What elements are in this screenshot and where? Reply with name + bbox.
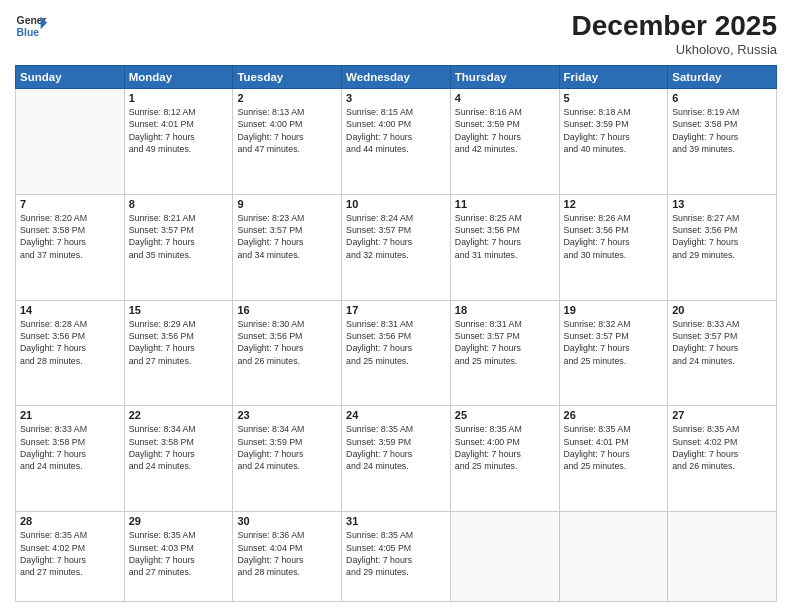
calendar-week-2: 14Sunrise: 8:28 AMSunset: 3:56 PMDayligh… bbox=[16, 300, 777, 406]
logo-icon: General Blue bbox=[15, 10, 47, 42]
cell-info: Sunrise: 8:30 AMSunset: 3:56 PMDaylight:… bbox=[237, 318, 337, 367]
day-number: 9 bbox=[237, 198, 337, 210]
month-title: December 2025 bbox=[572, 10, 777, 42]
day-number: 6 bbox=[672, 92, 772, 104]
day-number: 28 bbox=[20, 515, 120, 527]
day-number: 22 bbox=[129, 409, 229, 421]
calendar-cell: 8Sunrise: 8:21 AMSunset: 3:57 PMDaylight… bbox=[124, 194, 233, 300]
calendar-cell: 1Sunrise: 8:12 AMSunset: 4:01 PMDaylight… bbox=[124, 89, 233, 195]
calendar-cell: 6Sunrise: 8:19 AMSunset: 3:58 PMDaylight… bbox=[668, 89, 777, 195]
calendar-cell: 19Sunrise: 8:32 AMSunset: 3:57 PMDayligh… bbox=[559, 300, 668, 406]
cell-info: Sunrise: 8:23 AMSunset: 3:57 PMDaylight:… bbox=[237, 212, 337, 261]
logo: General Blue bbox=[15, 10, 47, 42]
day-header-monday: Monday bbox=[124, 66, 233, 89]
cell-info: Sunrise: 8:18 AMSunset: 3:59 PMDaylight:… bbox=[564, 106, 664, 155]
cell-info: Sunrise: 8:32 AMSunset: 3:57 PMDaylight:… bbox=[564, 318, 664, 367]
day-number: 4 bbox=[455, 92, 555, 104]
calendar-cell bbox=[559, 512, 668, 602]
day-number: 7 bbox=[20, 198, 120, 210]
calendar-week-4: 28Sunrise: 8:35 AMSunset: 4:02 PMDayligh… bbox=[16, 512, 777, 602]
day-number: 10 bbox=[346, 198, 446, 210]
calendar-cell: 17Sunrise: 8:31 AMSunset: 3:56 PMDayligh… bbox=[342, 300, 451, 406]
day-number: 27 bbox=[672, 409, 772, 421]
calendar-cell: 9Sunrise: 8:23 AMSunset: 3:57 PMDaylight… bbox=[233, 194, 342, 300]
calendar-cell: 23Sunrise: 8:34 AMSunset: 3:59 PMDayligh… bbox=[233, 406, 342, 512]
calendar-cell: 22Sunrise: 8:34 AMSunset: 3:58 PMDayligh… bbox=[124, 406, 233, 512]
calendar-week-1: 7Sunrise: 8:20 AMSunset: 3:58 PMDaylight… bbox=[16, 194, 777, 300]
day-header-saturday: Saturday bbox=[668, 66, 777, 89]
day-number: 13 bbox=[672, 198, 772, 210]
cell-info: Sunrise: 8:12 AMSunset: 4:01 PMDaylight:… bbox=[129, 106, 229, 155]
title-block: December 2025 Ukholovo, Russia bbox=[572, 10, 777, 57]
calendar-cell: 14Sunrise: 8:28 AMSunset: 3:56 PMDayligh… bbox=[16, 300, 125, 406]
calendar-cell: 7Sunrise: 8:20 AMSunset: 3:58 PMDaylight… bbox=[16, 194, 125, 300]
cell-info: Sunrise: 8:35 AMSunset: 4:01 PMDaylight:… bbox=[564, 423, 664, 472]
calendar-cell: 5Sunrise: 8:18 AMSunset: 3:59 PMDaylight… bbox=[559, 89, 668, 195]
calendar-table: SundayMondayTuesdayWednesdayThursdayFrid… bbox=[15, 65, 777, 602]
calendar-cell: 30Sunrise: 8:36 AMSunset: 4:04 PMDayligh… bbox=[233, 512, 342, 602]
calendar-cell bbox=[16, 89, 125, 195]
day-number: 12 bbox=[564, 198, 664, 210]
svg-text:Blue: Blue bbox=[17, 27, 40, 38]
cell-info: Sunrise: 8:28 AMSunset: 3:56 PMDaylight:… bbox=[20, 318, 120, 367]
cell-info: Sunrise: 8:16 AMSunset: 3:59 PMDaylight:… bbox=[455, 106, 555, 155]
calendar-week-0: 1Sunrise: 8:12 AMSunset: 4:01 PMDaylight… bbox=[16, 89, 777, 195]
calendar-cell: 11Sunrise: 8:25 AMSunset: 3:56 PMDayligh… bbox=[450, 194, 559, 300]
cell-info: Sunrise: 8:25 AMSunset: 3:56 PMDaylight:… bbox=[455, 212, 555, 261]
page: General Blue December 2025 Ukholovo, Rus… bbox=[0, 0, 792, 612]
day-header-sunday: Sunday bbox=[16, 66, 125, 89]
day-number: 23 bbox=[237, 409, 337, 421]
calendar-cell: 3Sunrise: 8:15 AMSunset: 4:00 PMDaylight… bbox=[342, 89, 451, 195]
day-number: 26 bbox=[564, 409, 664, 421]
cell-info: Sunrise: 8:26 AMSunset: 3:56 PMDaylight:… bbox=[564, 212, 664, 261]
day-header-wednesday: Wednesday bbox=[342, 66, 451, 89]
day-number: 31 bbox=[346, 515, 446, 527]
calendar-cell bbox=[450, 512, 559, 602]
cell-info: Sunrise: 8:35 AMSunset: 4:03 PMDaylight:… bbox=[129, 529, 229, 578]
cell-info: Sunrise: 8:34 AMSunset: 3:59 PMDaylight:… bbox=[237, 423, 337, 472]
calendar-cell: 21Sunrise: 8:33 AMSunset: 3:58 PMDayligh… bbox=[16, 406, 125, 512]
cell-info: Sunrise: 8:31 AMSunset: 3:57 PMDaylight:… bbox=[455, 318, 555, 367]
calendar-cell: 26Sunrise: 8:35 AMSunset: 4:01 PMDayligh… bbox=[559, 406, 668, 512]
day-number: 29 bbox=[129, 515, 229, 527]
cell-info: Sunrise: 8:24 AMSunset: 3:57 PMDaylight:… bbox=[346, 212, 446, 261]
cell-info: Sunrise: 8:13 AMSunset: 4:00 PMDaylight:… bbox=[237, 106, 337, 155]
cell-info: Sunrise: 8:27 AMSunset: 3:56 PMDaylight:… bbox=[672, 212, 772, 261]
cell-info: Sunrise: 8:35 AMSunset: 4:05 PMDaylight:… bbox=[346, 529, 446, 578]
calendar-cell bbox=[668, 512, 777, 602]
day-header-friday: Friday bbox=[559, 66, 668, 89]
cell-info: Sunrise: 8:19 AMSunset: 3:58 PMDaylight:… bbox=[672, 106, 772, 155]
calendar-cell: 16Sunrise: 8:30 AMSunset: 3:56 PMDayligh… bbox=[233, 300, 342, 406]
day-number: 3 bbox=[346, 92, 446, 104]
day-number: 19 bbox=[564, 304, 664, 316]
calendar-cell: 24Sunrise: 8:35 AMSunset: 3:59 PMDayligh… bbox=[342, 406, 451, 512]
cell-info: Sunrise: 8:35 AMSunset: 4:02 PMDaylight:… bbox=[20, 529, 120, 578]
calendar-week-3: 21Sunrise: 8:33 AMSunset: 3:58 PMDayligh… bbox=[16, 406, 777, 512]
day-number: 5 bbox=[564, 92, 664, 104]
cell-info: Sunrise: 8:34 AMSunset: 3:58 PMDaylight:… bbox=[129, 423, 229, 472]
cell-info: Sunrise: 8:33 AMSunset: 3:57 PMDaylight:… bbox=[672, 318, 772, 367]
cell-info: Sunrise: 8:29 AMSunset: 3:56 PMDaylight:… bbox=[129, 318, 229, 367]
cell-info: Sunrise: 8:33 AMSunset: 3:58 PMDaylight:… bbox=[20, 423, 120, 472]
day-number: 1 bbox=[129, 92, 229, 104]
calendar-cell: 15Sunrise: 8:29 AMSunset: 3:56 PMDayligh… bbox=[124, 300, 233, 406]
calendar-cell: 25Sunrise: 8:35 AMSunset: 4:00 PMDayligh… bbox=[450, 406, 559, 512]
day-number: 15 bbox=[129, 304, 229, 316]
day-number: 8 bbox=[129, 198, 229, 210]
cell-info: Sunrise: 8:35 AMSunset: 4:02 PMDaylight:… bbox=[672, 423, 772, 472]
day-number: 11 bbox=[455, 198, 555, 210]
day-number: 20 bbox=[672, 304, 772, 316]
day-number: 21 bbox=[20, 409, 120, 421]
location: Ukholovo, Russia bbox=[572, 42, 777, 57]
calendar-cell: 31Sunrise: 8:35 AMSunset: 4:05 PMDayligh… bbox=[342, 512, 451, 602]
calendar-cell: 13Sunrise: 8:27 AMSunset: 3:56 PMDayligh… bbox=[668, 194, 777, 300]
day-header-tuesday: Tuesday bbox=[233, 66, 342, 89]
cell-info: Sunrise: 8:21 AMSunset: 3:57 PMDaylight:… bbox=[129, 212, 229, 261]
cell-info: Sunrise: 8:15 AMSunset: 4:00 PMDaylight:… bbox=[346, 106, 446, 155]
day-number: 14 bbox=[20, 304, 120, 316]
cell-info: Sunrise: 8:20 AMSunset: 3:58 PMDaylight:… bbox=[20, 212, 120, 261]
day-number: 25 bbox=[455, 409, 555, 421]
calendar-cell: 10Sunrise: 8:24 AMSunset: 3:57 PMDayligh… bbox=[342, 194, 451, 300]
calendar-cell: 4Sunrise: 8:16 AMSunset: 3:59 PMDaylight… bbox=[450, 89, 559, 195]
header: General Blue December 2025 Ukholovo, Rus… bbox=[15, 10, 777, 57]
